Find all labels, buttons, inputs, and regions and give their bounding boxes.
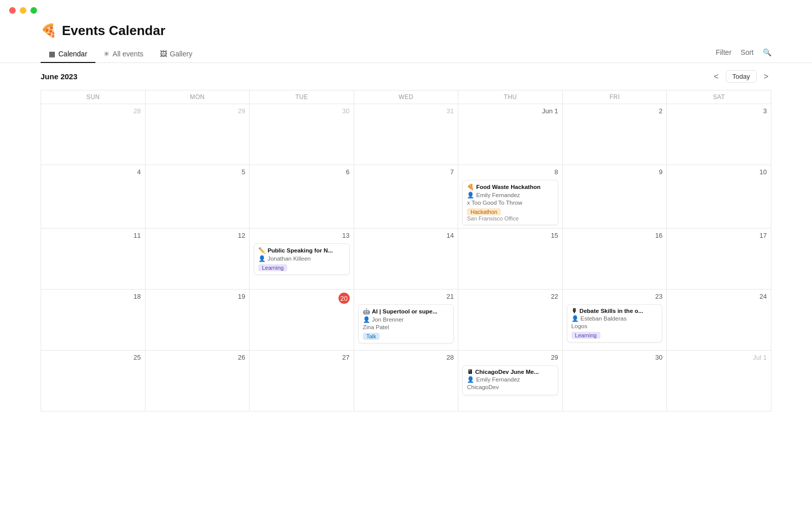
calendar-cell[interactable]: 23🎙 Debate Skills in the o...👤 Esteban B… (563, 290, 667, 351)
date-num: 2 (659, 107, 662, 115)
sort-button[interactable]: Sort (740, 48, 754, 56)
day-header-tue: Tue (250, 90, 354, 104)
event-extra: x Too Good To Throw (467, 200, 554, 206)
calendar-cell[interactable]: 27 (250, 351, 354, 411)
event-extra: ChicagoDev (467, 384, 554, 390)
date-num: 30 (342, 107, 349, 115)
calendar-grid: SunMonTueWedThuFriSat28293031Jun 1234567… (41, 90, 771, 411)
today-button[interactable]: Today (726, 70, 757, 83)
calendar-cell[interactable]: 3 (667, 104, 771, 165)
day-header-sun: Sun (41, 90, 146, 104)
app-title: Events Calendar (62, 23, 165, 39)
calendar-cell[interactable]: 26 (146, 351, 250, 411)
event-organizer: 👤 Esteban Balderas (571, 315, 658, 322)
calendar-cell[interactable]: 19 (146, 290, 250, 351)
tabs-left: ▦ Calendar ✳ All events 🖼 Gallery (41, 46, 200, 62)
tab-calendar[interactable]: ▦ Calendar (41, 46, 95, 63)
calendar-cell[interactable]: 29🖥 ChicagoDev June Me...👤 Emily Fernand… (458, 351, 563, 411)
organizer-avatar: 👤 (467, 376, 474, 383)
calendar-cell[interactable]: 5 (146, 165, 250, 229)
next-month-button[interactable]: > (761, 71, 771, 82)
date-num: 9 (659, 168, 662, 176)
calendar-cell[interactable]: 28 (354, 351, 459, 411)
event-location: San Fransisco Office (467, 215, 554, 221)
date-num: 25 (133, 354, 141, 361)
calendar-cell[interactable]: Jun 1 (458, 104, 563, 165)
calendar-cell[interactable]: 16 (563, 229, 667, 290)
calendar-cell[interactable]: 18 (41, 290, 146, 351)
calendar-cell[interactable]: 14 (354, 229, 459, 290)
date-num: 22 (551, 293, 558, 300)
event-card[interactable]: 🍕 Food Waste Hackathon👤 Emily Fernandezx… (462, 180, 558, 225)
calendar-cell[interactable]: 9 (563, 165, 667, 229)
calendar-icon: ▦ (49, 50, 55, 58)
prev-month-button[interactable]: < (711, 71, 722, 82)
calendar-cell[interactable]: 4 (41, 165, 146, 229)
calendar-cell[interactable]: 12 (146, 229, 250, 290)
calendar-cell[interactable]: 31 (354, 104, 459, 165)
event-card[interactable]: 🤖 AI | Supertool or supe...👤 Jon Brenner… (358, 304, 454, 343)
event-tag: Learning (571, 332, 600, 339)
calendar-cell[interactable]: 20 (250, 290, 354, 351)
calendar-cell[interactable]: 29 (146, 104, 250, 165)
date-num: 18 (133, 293, 141, 300)
filter-button[interactable]: Filter (716, 48, 731, 56)
event-title: 🎙 Debate Skills in the o... (571, 308, 658, 314)
date-num: 15 (551, 232, 558, 239)
calendar-cell[interactable]: 21🤖 AI | Supertool or supe...👤 Jon Brenn… (354, 290, 459, 351)
calendar-month-label: June 2023 (41, 72, 78, 81)
date-num: 29 (238, 107, 245, 115)
date-num: 10 (760, 168, 767, 176)
tab-all-events[interactable]: ✳ All events (95, 46, 152, 63)
calendar-cell[interactable]: 17 (667, 229, 771, 290)
date-num: 6 (346, 168, 349, 176)
date-num: 28 (447, 354, 454, 361)
calendar-cell[interactable]: 24 (667, 290, 771, 351)
date-num: 11 (133, 232, 141, 239)
day-header-sat: Sat (667, 90, 771, 104)
event-organizer: 👤 Emily Fernandez (467, 376, 554, 383)
gallery-icon: 🖼 (160, 50, 167, 58)
tabs-actions: Filter Sort 🔍 (716, 48, 771, 60)
calendar-cell[interactable]: 8🍕 Food Waste Hackathon👤 Emily Fernandez… (458, 165, 563, 229)
calendar-cell[interactable]: 25 (41, 351, 146, 411)
minimize-button[interactable] (20, 7, 26, 14)
organizer-avatar: 👤 (467, 192, 474, 199)
calendar-cell[interactable]: 10 (667, 165, 771, 229)
calendar-cell[interactable]: 15 (458, 229, 563, 290)
date-num: 5 (242, 168, 245, 176)
today-date-num: 20 (339, 293, 350, 304)
calendar-cell[interactable]: 6 (250, 165, 354, 229)
date-num: 29 (551, 354, 558, 361)
event-card[interactable]: 🖥 ChicagoDev June Me...👤 Emily Fernandez… (462, 365, 558, 395)
event-card[interactable]: 🎙 Debate Skills in the o...👤 Esteban Bal… (567, 304, 663, 342)
event-icon: 🖥 (467, 369, 473, 375)
titlebar (0, 0, 812, 14)
date-num: 19 (238, 293, 245, 300)
calendar-cell[interactable]: 30 (250, 104, 354, 165)
calendar-cell[interactable]: 22 (458, 290, 563, 351)
event-icon: ✏️ (258, 247, 265, 254)
event-icon: 🎙 (571, 308, 578, 314)
event-organizer: 👤 Emily Fernandez (467, 192, 554, 199)
maximize-button[interactable] (30, 7, 37, 14)
date-num: 24 (760, 293, 767, 300)
calendar-cell[interactable]: 2 (563, 104, 667, 165)
tab-gallery[interactable]: 🖼 Gallery (152, 46, 200, 63)
close-button[interactable] (9, 7, 16, 14)
organizer-avatar: 👤 (363, 316, 370, 323)
calendar-cell[interactable]: 11 (41, 229, 146, 290)
calendar-cell[interactable]: 30 (563, 351, 667, 411)
calendar-cell[interactable]: 13✏️ Public Speaking for N...👤 Jonathan … (250, 229, 354, 290)
date-num: 3 (763, 107, 767, 115)
calendar-cell[interactable]: 7 (354, 165, 459, 229)
calendar-cell[interactable]: 28 (41, 104, 146, 165)
date-num: 14 (447, 232, 454, 239)
date-num: 12 (238, 232, 245, 239)
calendar-cell[interactable]: Jul 1 (667, 351, 771, 411)
search-button[interactable]: 🔍 (763, 48, 771, 56)
event-organizer: 👤 Jon Brenner (363, 316, 450, 323)
event-title: ✏️ Public Speaking for N... (258, 247, 345, 254)
date-num: Jul 1 (753, 354, 767, 361)
event-card[interactable]: ✏️ Public Speaking for N...👤 Jonathan Ki… (254, 243, 350, 275)
